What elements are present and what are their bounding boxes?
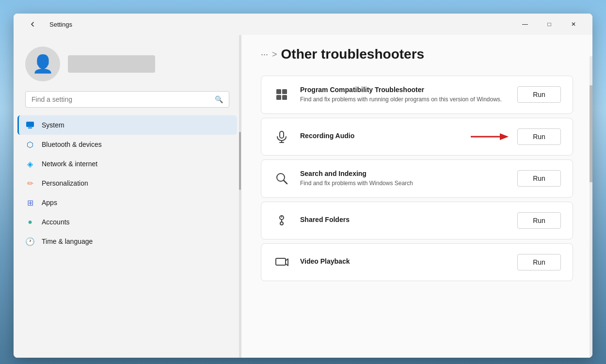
program-compat-info: Program Compatibility Troubleshooter Fin… [300, 86, 508, 104]
back-button[interactable] [21, 16, 44, 32]
card-search-indexing: Search and Indexing Find and fix problem… [261, 159, 573, 198]
program-compat-desc: Find and fix problems with running older… [300, 95, 508, 104]
sidebar-item-time[interactable]: 🕐 Time & language [17, 232, 237, 251]
sidebar-item-label-time: Time & language [42, 237, 93, 245]
search-indexing-info: Search and Indexing Find and fix problem… [300, 170, 508, 188]
search-indexing-icon [273, 170, 290, 187]
svg-rect-5 [282, 95, 287, 100]
red-arrow [471, 130, 510, 143]
user-profile: 👤 [14, 43, 241, 91]
program-compat-run-btn[interactable]: Run [517, 86, 561, 103]
apps-icon: ⊞ [25, 198, 35, 207]
video-playback-title: Video Playback [300, 257, 508, 265]
video-playback-run-btn[interactable]: Run [517, 254, 561, 270]
time-icon: 🕐 [25, 237, 35, 246]
shared-folders-info: Shared Folders [300, 216, 508, 225]
accounts-icon: ● [25, 217, 35, 227]
svg-rect-1 [28, 127, 32, 128]
card-program-compat: Program Compatibility Troubleshooter Fin… [261, 76, 573, 114]
page-title: Other troubleshooters [281, 47, 425, 62]
search-indexing-actions: Run [517, 170, 561, 187]
main-panel: ··· > Other troubleshooters Program Comp… [241, 35, 592, 358]
card-shared-folders: Shared Folders Run [261, 202, 573, 239]
video-playback-icon [273, 253, 290, 271]
shared-folders-title: Shared Folders [300, 216, 508, 223]
maximize-button[interactable]: □ [538, 16, 560, 32]
program-compat-title: Program Compatibility Troubleshooter [300, 86, 508, 94]
svg-rect-17 [276, 258, 286, 265]
shared-folders-actions: Run [517, 212, 561, 229]
svg-rect-4 [276, 95, 281, 100]
search-box: 🔍 [25, 91, 229, 108]
shared-folders-run-btn[interactable]: Run [517, 212, 561, 229]
breadcrumb-dots[interactable]: ··· [261, 49, 268, 60]
svg-rect-2 [276, 89, 281, 94]
shared-folders-icon [273, 212, 290, 229]
video-playback-info: Video Playback [300, 257, 508, 267]
personalization-icon: ✏ [25, 178, 35, 188]
video-playback-actions: Run [517, 254, 561, 270]
window-title: Settings [49, 21, 72, 28]
sidebar-item-network[interactable]: ◈ Network & internet [17, 154, 237, 174]
svg-rect-3 [282, 89, 287, 94]
sidebar-scrollbar[interactable] [239, 35, 241, 358]
recording-audio-icon [273, 128, 290, 145]
sidebar-item-label-apps: Apps [42, 199, 57, 206]
sidebar-item-label-accounts: Accounts [42, 218, 70, 226]
recording-audio-actions: Run [471, 128, 561, 145]
titlebar: Settings — □ ✕ [14, 14, 592, 35]
sidebar-item-accounts[interactable]: ● Accounts [17, 212, 237, 232]
content-area: 👤 🔍 [14, 35, 592, 358]
search-indexing-title: Search and Indexing [300, 170, 508, 177]
network-icon: ◈ [25, 159, 35, 169]
sidebar: 👤 🔍 [14, 35, 241, 358]
minimize-button[interactable]: — [514, 16, 536, 32]
search-container: 🔍 [14, 91, 241, 115]
sidebar-item-system[interactable]: System [17, 115, 237, 135]
svg-rect-6 [280, 131, 284, 138]
search-indexing-desc: Find and fix problems with Windows Searc… [300, 179, 508, 188]
recording-audio-info: Recording Audio [300, 132, 461, 142]
settings-window: Settings — □ ✕ 👤 🔍 [14, 14, 592, 358]
nav-list: System ⬡ Bluetooth & devices ◈ Network &… [14, 115, 241, 251]
card-video-playback: Video Playback Run [261, 243, 573, 281]
system-icon [25, 120, 35, 130]
close-button[interactable]: ✕ [562, 16, 585, 32]
search-icon[interactable]: 🔍 [215, 95, 223, 103]
user-name [68, 55, 155, 73]
breadcrumb: ··· > Other troubleshooters [261, 47, 573, 62]
svg-point-14 [280, 222, 283, 225]
titlebar-left: Settings [21, 16, 72, 32]
recording-audio-title: Recording Audio [300, 132, 461, 140]
card-recording-audio: Recording Audio Run [261, 118, 573, 156]
user-icon: 👤 [32, 54, 54, 74]
bluetooth-icon: ⬡ [25, 140, 35, 149]
main-scrollbar-thumb [590, 85, 592, 182]
svg-rect-0 [26, 122, 34, 127]
svg-line-12 [284, 180, 287, 184]
sidebar-item-bluetooth[interactable]: ⬡ Bluetooth & devices [17, 135, 237, 154]
sidebar-item-label-network: Network & internet [42, 160, 97, 168]
sidebar-scrollbar-thumb [239, 132, 241, 190]
avatar[interactable]: 👤 [25, 47, 60, 81]
breadcrumb-separator: > [272, 49, 277, 60]
recording-audio-run-btn[interactable]: Run [517, 128, 561, 145]
search-indexing-run-btn[interactable]: Run [517, 170, 561, 187]
program-compat-actions: Run [517, 86, 561, 103]
program-compat-icon [273, 86, 290, 103]
window-controls: — □ ✕ [514, 16, 585, 32]
search-input[interactable] [32, 95, 211, 103]
main-scrollbar[interactable] [590, 56, 592, 358]
sidebar-item-label-bluetooth: Bluetooth & devices [42, 141, 102, 148]
sidebar-item-personalization[interactable]: ✏ Personalization [17, 174, 237, 193]
sidebar-item-apps[interactable]: ⊞ Apps [17, 193, 237, 212]
svg-marker-10 [500, 133, 509, 140]
sidebar-item-label-personalization: Personalization [42, 179, 88, 187]
sidebar-item-label-system: System [42, 121, 64, 129]
